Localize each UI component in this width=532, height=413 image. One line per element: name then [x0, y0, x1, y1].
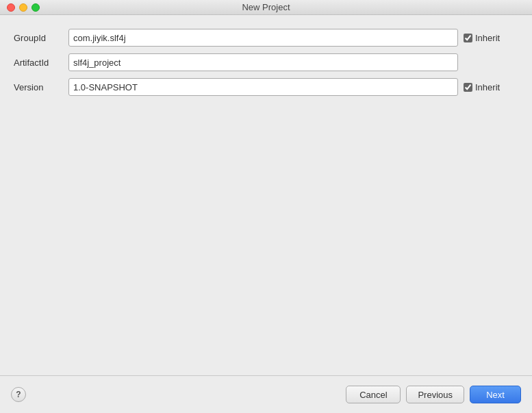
groupid-row: GroupId Inherit — [14, 29, 518, 47]
artifactid-row: ArtifactId — [14, 53, 518, 71]
version-inherit-checkbox[interactable] — [464, 83, 472, 92]
groupid-inherit-label: Inherit — [475, 33, 500, 43]
version-inherit-label: Inherit — [475, 82, 500, 92]
help-button[interactable]: ? — [11, 387, 26, 402]
bottom-right-actions: Cancel Previous Next — [346, 386, 521, 403]
groupid-input[interactable] — [68, 29, 458, 47]
title-bar: New Project — [0, 0, 532, 15]
artifactid-label: ArtifactId — [14, 58, 68, 68]
version-row: Version Inherit — [14, 78, 518, 96]
close-button[interactable] — [7, 3, 15, 12]
artifactid-input[interactable] — [68, 53, 458, 71]
bottom-bar: ? Cancel Previous Next — [0, 375, 532, 413]
main-content: GroupId Inherit ArtifactId Version Inher… — [0, 15, 532, 375]
maximize-button[interactable] — [31, 3, 40, 12]
next-button[interactable]: Next — [470, 386, 521, 403]
window-controls — [7, 3, 40, 12]
previous-button[interactable]: Previous — [406, 386, 464, 403]
groupid-label: GroupId — [14, 33, 68, 43]
minimize-button[interactable] — [19, 3, 27, 12]
version-inherit-wrapper: Inherit — [464, 82, 518, 92]
version-input[interactable] — [68, 78, 458, 96]
window-title: New Project — [242, 2, 290, 12]
groupid-inherit-checkbox[interactable] — [464, 34, 472, 42]
cancel-button[interactable]: Cancel — [346, 386, 401, 403]
groupid-inherit-wrapper: Inherit — [464, 33, 518, 43]
version-label: Version — [14, 82, 68, 92]
